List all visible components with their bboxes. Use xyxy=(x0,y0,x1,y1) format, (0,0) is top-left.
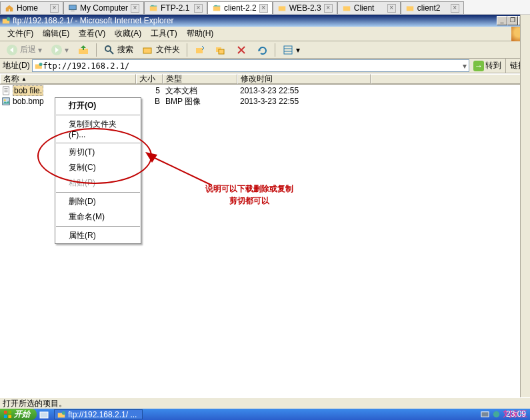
ftp-icon xyxy=(149,3,158,13)
go-arrow-icon: → xyxy=(473,61,484,71)
svg-rect-2 xyxy=(150,6,157,11)
svg-rect-5 xyxy=(343,6,351,11)
moveto-button[interactable] xyxy=(191,43,209,57)
svg-rect-15 xyxy=(196,48,203,53)
vertical-scrollbar[interactable] xyxy=(520,15,530,397)
close-icon[interactable]: × xyxy=(194,4,203,13)
col-type[interactable]: 类型 xyxy=(163,74,237,84)
forward-button[interactable]: ▾ xyxy=(47,43,72,57)
system-tray: 刘家玉 23:09 xyxy=(481,409,530,420)
menu-edit[interactable]: 编辑(E) xyxy=(38,27,74,41)
menu-file[interactable]: 文件(F) xyxy=(3,27,38,41)
col-spacer xyxy=(371,74,530,84)
ctx-delete[interactable]: 删除(D) xyxy=(55,194,141,209)
svg-line-29 xyxy=(153,157,212,185)
file-modified: 2013-3-23 22:55 xyxy=(237,97,371,106)
tab-client22[interactable]: client-2.2 × xyxy=(207,1,273,14)
col-name[interactable]: 名称 ▲ xyxy=(0,74,136,84)
back-button[interactable]: 后退 ▾ xyxy=(3,43,45,57)
file-row[interactable]: bob file. 5 文本文档 2013-3-23 22:55 xyxy=(0,85,520,96)
copyto-icon xyxy=(215,44,227,56)
tab-client2[interactable]: client2 × xyxy=(401,1,464,14)
file-name: bob file. xyxy=(13,85,43,96)
views-icon xyxy=(282,44,294,56)
taskbar: 开始 ftp://192.168.2.1/ ... 刘家玉 23:09 xyxy=(0,409,530,420)
delete-button[interactable] xyxy=(232,43,251,57)
svg-point-12 xyxy=(105,46,111,51)
folders-label: 文件夹 xyxy=(156,44,180,55)
undo-button[interactable] xyxy=(253,43,271,57)
ftp-window-icon xyxy=(1,16,11,25)
svg-rect-6 xyxy=(407,6,414,11)
maximize-button[interactable]: ❐ xyxy=(507,16,518,25)
col-modified[interactable]: 修改时间 xyxy=(237,74,371,84)
search-icon xyxy=(103,44,115,56)
address-input-container[interactable]: ▾ xyxy=(32,59,469,72)
tab-web23[interactable]: WEB-2.3 × xyxy=(273,1,337,14)
start-button[interactable]: 开始 xyxy=(0,409,37,420)
file-modified: 2013-3-23 22:55 xyxy=(237,86,371,95)
clock: 23:09 xyxy=(506,409,526,419)
address-label: 地址(D) xyxy=(3,60,30,71)
task-label: ftp://192.168.2.1/ ... xyxy=(68,410,137,419)
tab-label: My Computer xyxy=(80,3,128,13)
computer-icon xyxy=(68,3,77,13)
svg-point-37 xyxy=(62,411,65,414)
dropdown-icon[interactable]: ▾ xyxy=(461,61,469,71)
file-size: 5 xyxy=(136,86,163,95)
go-button[interactable]: → 转到 xyxy=(471,60,503,71)
home-icon xyxy=(5,3,14,13)
svg-rect-23 xyxy=(3,87,9,95)
svg-rect-33 xyxy=(4,415,7,418)
col-size[interactable]: 大小 xyxy=(136,74,163,84)
svg-rect-1 xyxy=(71,11,74,12)
menu-favorites[interactable]: 收藏(A) xyxy=(110,27,146,41)
up-button[interactable] xyxy=(74,43,93,57)
close-icon[interactable]: × xyxy=(50,4,59,13)
close-icon[interactable]: × xyxy=(387,4,396,13)
textfile-icon xyxy=(1,86,11,95)
tab-label: client2 xyxy=(417,3,441,13)
copyto-button[interactable] xyxy=(211,43,230,57)
close-icon[interactable]: × xyxy=(259,4,268,13)
ftp-folder-icon xyxy=(57,410,66,419)
annotation-ellipse xyxy=(37,128,152,184)
ctx-open[interactable]: 打开(O) xyxy=(55,98,141,113)
column-header-row: 名称 ▲ 大小 类型 修改时间 xyxy=(0,73,530,85)
windows-logo-icon xyxy=(3,410,12,419)
minimize-button[interactable]: _ xyxy=(497,16,507,25)
svg-rect-18 xyxy=(284,46,292,54)
address-bar: 地址(D) ▾ → 转到 链接 xyxy=(0,59,530,73)
ctx-rename[interactable]: 重命名(M) xyxy=(55,209,141,225)
tab-ftp21[interactable]: FTP-2.1 × xyxy=(144,1,207,14)
svg-rect-3 xyxy=(213,6,221,11)
ctx-props[interactable]: 属性(R) xyxy=(55,228,141,243)
folder-icon xyxy=(342,3,351,13)
tab-mycomputer[interactable]: My Computer × xyxy=(63,1,144,14)
folder-icon xyxy=(405,3,415,13)
file-type: BMP 图像 xyxy=(163,96,237,107)
tab-home[interactable]: Home × xyxy=(0,1,63,14)
close-icon[interactable]: × xyxy=(131,4,139,13)
tab-client[interactable]: Client × xyxy=(337,1,401,14)
close-icon[interactable]: × xyxy=(324,4,333,13)
folder-icon xyxy=(277,3,287,13)
menu-tools[interactable]: 工具(T) xyxy=(146,27,181,41)
tray-icon[interactable] xyxy=(492,410,501,419)
close-icon[interactable]: × xyxy=(451,4,459,13)
folders-button[interactable]: 文件夹 xyxy=(139,43,183,57)
search-button[interactable]: 搜索 xyxy=(100,43,137,57)
svg-rect-38 xyxy=(481,412,489,417)
views-button[interactable]: ▾ xyxy=(279,43,303,57)
taskbar-item[interactable]: ftp://192.168.2.1/ ... xyxy=(54,409,143,419)
statusbar: 打开所选的项目。 xyxy=(0,397,530,409)
quicklaunch-icon[interactable] xyxy=(39,410,50,419)
svg-marker-30 xyxy=(145,152,157,163)
tray-icon[interactable] xyxy=(481,410,489,419)
menu-view[interactable]: 查看(V) xyxy=(74,27,110,41)
tab-label: client-2.2 xyxy=(224,3,257,13)
ftp-folder-icon xyxy=(34,61,43,71)
address-input[interactable] xyxy=(43,61,461,71)
back-icon xyxy=(6,44,18,56)
menu-help[interactable]: 帮助(H) xyxy=(182,27,219,41)
